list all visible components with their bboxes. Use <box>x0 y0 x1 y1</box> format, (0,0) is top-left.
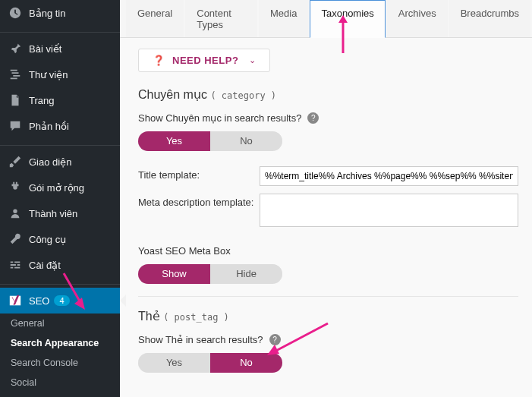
comment-icon <box>8 118 23 134</box>
sub-item-search-console[interactable]: Search Console <box>0 353 120 373</box>
tab-taxonomies[interactable]: Taxonomies <box>310 0 385 38</box>
menu-label: Công cụ <box>29 234 66 245</box>
tab-archives[interactable]: Archives <box>387 0 448 37</box>
sidebar-item-appearance[interactable]: Giao diện <box>0 149 120 175</box>
menu-label: Bảng tin <box>29 8 65 19</box>
sidebar-item-plugins[interactable]: Gói mở rộng <box>0 175 120 200</box>
menu-label: Bài viết <box>29 43 61 55</box>
sidebar-item-posts[interactable]: Bài viết <box>0 36 120 61</box>
need-help-button[interactable]: ❓ NEED HELP? ⌄ <box>138 49 270 72</box>
menu-label: Cài đặt <box>29 260 61 271</box>
wrench-icon <box>8 232 23 247</box>
page-icon <box>8 93 23 108</box>
menu-label: SEO <box>29 295 49 307</box>
tag-section-title: Thẻ ( post_tag ) <box>138 309 518 323</box>
sidebar-item-media[interactable]: Thư viện <box>0 61 120 87</box>
sliders-icon <box>8 257 23 273</box>
menu-label: Gói mở rộng <box>29 182 84 194</box>
tab-media[interactable]: Media <box>259 0 308 37</box>
category-slug: ( category ) <box>210 90 276 101</box>
category-section-title: Chuyên mục ( category ) <box>138 87 518 102</box>
title-template-label: Title template: <box>138 166 260 186</box>
metabox-hide[interactable]: Hide <box>210 264 282 284</box>
user-icon <box>8 206 23 221</box>
sidebar-item-dashboard[interactable]: Bảng tin <box>0 0 120 26</box>
help-icon[interactable]: ? <box>269 334 281 345</box>
tabs-nav: General Content Types Media Taxonomies A… <box>120 0 532 38</box>
tag-slug: ( post_tag ) <box>163 312 229 323</box>
chevron-down-icon: ⌄ <box>249 55 256 65</box>
main-content: General Content Types Media Taxonomies A… <box>120 0 532 397</box>
dashboard-icon <box>8 5 23 20</box>
menu-label: Thư viện <box>29 69 68 80</box>
metabox-show[interactable]: Show <box>138 264 210 284</box>
meta-desc-label: Meta description template: <box>138 194 260 227</box>
tab-content-types[interactable]: Content Types <box>185 0 257 37</box>
metabox-label: Yoast SEO Meta Box <box>138 245 231 257</box>
category-show-toggle: Yes No <box>138 131 282 151</box>
sidebar-item-settings[interactable]: Cài đặt <box>0 252 120 278</box>
category-metabox-toggle: Show Hide <box>138 264 282 284</box>
sidebar-item-pages[interactable]: Trang <box>0 87 120 113</box>
sidebar-item-users[interactable]: Thành viên <box>0 200 120 226</box>
menu-label: Giao diện <box>29 156 71 168</box>
category-show-yes[interactable]: Yes <box>138 131 210 151</box>
media-icon <box>8 67 23 82</box>
tag-show-label: Show Thẻ in search results? <box>138 334 263 345</box>
tag-title-text: Thẻ <box>138 310 160 323</box>
sub-item-search-appearance[interactable]: Search Appearance <box>0 333 120 353</box>
category-show-no[interactable]: No <box>210 131 282 151</box>
sub-item-tools[interactable]: Tools <box>0 392 120 397</box>
yoast-icon <box>8 293 23 308</box>
need-help-label: NEED HELP? <box>172 55 238 66</box>
category-show-label: Show Chuyên mục in search results? <box>138 112 301 124</box>
menu-label: Phản hồi <box>29 121 69 132</box>
menu-label: Thành viên <box>29 208 77 219</box>
sub-item-social[interactable]: Social <box>0 373 120 392</box>
sidebar-item-seo[interactable]: SEO 4 <box>0 288 120 314</box>
meta-desc-textarea[interactable] <box>260 194 518 227</box>
title-template-input[interactable] <box>260 166 518 186</box>
tag-show-toggle: Yes No <box>138 353 282 373</box>
pin-icon <box>8 41 23 56</box>
help-circle-icon: ❓ <box>153 55 165 66</box>
tab-general[interactable]: General <box>126 0 184 37</box>
help-icon[interactable]: ? <box>307 112 319 124</box>
sidebar-item-comments[interactable]: Phản hồi <box>0 113 120 139</box>
menu-label: Trang <box>29 95 54 106</box>
sub-item-general[interactable]: General <box>0 314 120 333</box>
admin-sidebar: Bảng tin Bài viết Thư viện Trang Phản hồ… <box>0 0 120 397</box>
sidebar-item-tools[interactable]: Công cụ <box>0 226 120 252</box>
category-title-text: Chuyên mục <box>138 88 207 101</box>
tab-breadcrumbs[interactable]: Breadcrumbs <box>449 0 530 37</box>
tag-show-yes[interactable]: Yes <box>138 353 210 373</box>
update-badge: 4 <box>54 295 69 306</box>
plugin-icon <box>8 180 23 195</box>
tag-show-no[interactable]: No <box>210 353 282 373</box>
brush-icon <box>8 154 23 169</box>
